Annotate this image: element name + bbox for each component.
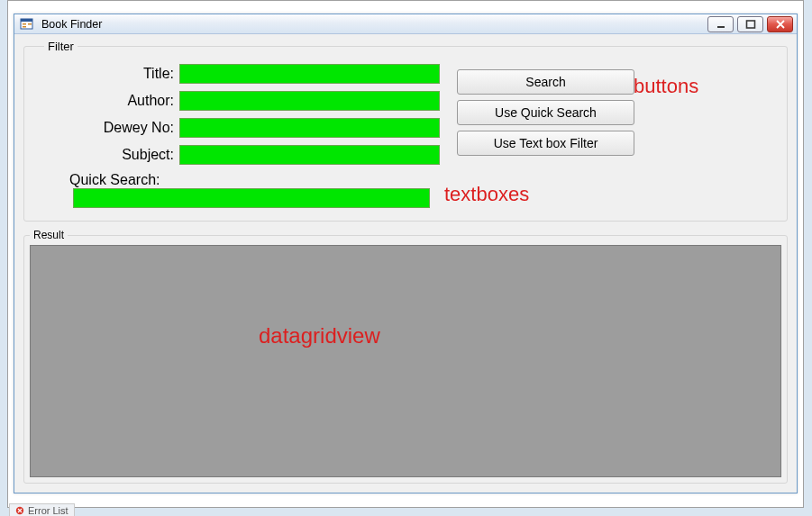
close-button[interactable] [767,16,793,32]
form-window: Book Finder Filter Title: [14,14,798,493]
window-buttons [707,16,793,32]
result-groupbox: Result [23,229,788,484]
label-author: Author: [44,93,179,109]
input-title[interactable] [179,64,440,84]
label-title: Title: [44,66,179,82]
input-dewey[interactable] [179,118,440,138]
label-dewey: Dewey No: [44,120,179,136]
minimize-button[interactable] [707,16,734,32]
error-list-tab[interactable]: Error List [9,503,75,516]
maximize-button[interactable] [737,16,763,32]
client-area: Filter Title: Author: Dewey No: Subject: [14,34,797,493]
svg-rect-4 [28,23,32,25]
svg-rect-1 [21,19,32,22]
error-list-label: Error List [28,505,68,516]
row-title: Title: [44,60,771,87]
form-icon [20,17,34,32]
label-quick-search: Quick Search: [69,172,771,188]
designer-surface: Book Finder Filter Title: [7,0,804,508]
button-column: Search Use Quick Search Use Text box Fil… [457,69,634,156]
input-quick-search[interactable] [73,188,430,208]
use-textbox-filter-button[interactable]: Use Text box Filter [457,131,634,156]
window-title: Book Finder [40,18,702,31]
label-subject: Subject: [44,147,179,163]
svg-rect-2 [23,23,26,25]
search-button[interactable]: Search [457,69,634,95]
filter-legend: Filter [44,40,78,53]
svg-rect-6 [746,21,754,28]
titlebar[interactable]: Book Finder [14,14,797,34]
row-author: Author: [44,87,771,114]
input-author[interactable] [179,91,440,111]
result-legend: Result [30,229,68,241]
row-dewey: Dewey No: [44,114,771,141]
row-subject: Subject: [44,141,771,168]
filter-groupbox: Filter Title: Author: Dewey No: Subject: [23,40,788,222]
use-quick-search-button[interactable]: Use Quick Search [457,100,634,125]
datagridview[interactable] [30,245,781,477]
error-icon [15,506,24,515]
input-subject[interactable] [179,145,440,165]
svg-rect-5 [717,26,725,28]
svg-rect-3 [23,26,26,28]
